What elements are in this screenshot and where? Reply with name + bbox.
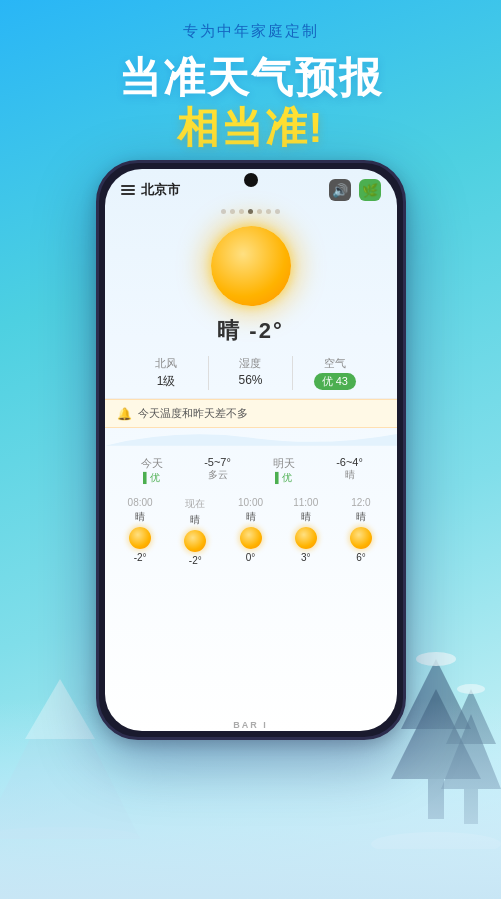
hourly-0800-label: 晴 bbox=[113, 510, 168, 524]
hourly-1200-icon bbox=[350, 527, 372, 549]
hourly-1200-label: 晴 bbox=[333, 510, 388, 524]
hourly-0800-temp: -2° bbox=[113, 552, 168, 563]
air-label: 空气 bbox=[293, 356, 376, 371]
dot-1 bbox=[221, 209, 226, 214]
alert-bar: 🔔 今天温度和昨天差不多 bbox=[105, 399, 397, 428]
phone-mockup: 北京市 🔊 🌿 晴 -2° 北风 1级 bbox=[96, 160, 406, 740]
forecast-today-label: 今天 bbox=[119, 456, 185, 471]
forecast-today-desc: 多云 bbox=[185, 468, 251, 482]
air-stat: 空气 优 43 bbox=[293, 356, 376, 390]
hourly-now-label: 晴 bbox=[168, 513, 223, 527]
svg-point-7 bbox=[457, 684, 485, 694]
air-quality-badge: 优 43 bbox=[314, 373, 356, 390]
svg-point-6 bbox=[416, 652, 456, 666]
wind-label: 北风 bbox=[125, 356, 208, 371]
hourly-now: 现在 晴 -2° bbox=[168, 497, 223, 566]
hourly-now-temp: -2° bbox=[168, 555, 223, 566]
hourly-1100-label: 晴 bbox=[278, 510, 333, 524]
forecast-tomorrow: 明天 ▌优 bbox=[251, 456, 317, 485]
subtitle: 专为中年家庭定制 bbox=[0, 22, 501, 41]
wind-value: 1级 bbox=[125, 373, 208, 390]
wind-stat: 北风 1级 bbox=[125, 356, 209, 390]
forecast-row: 今天 ▌优 -5~7° 多云 明天 ▌优 -6~4° 晴 bbox=[105, 446, 397, 491]
hourly-1000-time: 10:00 bbox=[223, 497, 278, 508]
hourly-row: 08:00 晴 -2° 现在 晴 -2° 10:00 晴 0° 11:00 晴 bbox=[105, 491, 397, 566]
menu-icon[interactable] bbox=[121, 185, 135, 195]
dot-2 bbox=[230, 209, 235, 214]
hourly-now-time: 现在 bbox=[168, 497, 223, 511]
page-dots bbox=[105, 205, 397, 216]
dot-4-active bbox=[248, 209, 253, 214]
hourly-1200-time: 12:0 bbox=[333, 497, 388, 508]
hourly-0800-time: 08:00 bbox=[113, 497, 168, 508]
air-badge: 优 43 bbox=[293, 373, 376, 390]
hourly-1000-temp: 0° bbox=[223, 552, 278, 563]
hourly-1000-icon bbox=[240, 527, 262, 549]
hourly-0800: 08:00 晴 -2° bbox=[113, 497, 168, 566]
sun-container bbox=[105, 216, 397, 312]
hourly-1000: 10:00 晴 0° bbox=[223, 497, 278, 566]
headline-2: 相当准! bbox=[0, 100, 501, 156]
bell-icon: 🔔 bbox=[117, 407, 132, 421]
dot-5 bbox=[257, 209, 262, 214]
forecast-tomorrow-temp: -6~4° bbox=[317, 456, 383, 468]
dot-7 bbox=[275, 209, 280, 214]
forecast-today-quality: ▌优 bbox=[119, 471, 185, 485]
hourly-1100-temp: 3° bbox=[278, 552, 333, 563]
hourly-1100-time: 11:00 bbox=[278, 497, 333, 508]
hourly-1200-temp: 6° bbox=[333, 552, 388, 563]
forecast-tomorrow-right: -6~4° 晴 bbox=[317, 456, 383, 482]
hourly-1100: 11:00 晴 3° bbox=[278, 497, 333, 566]
city-name: 北京市 bbox=[141, 181, 329, 199]
alert-text: 今天温度和昨天差不多 bbox=[138, 406, 248, 421]
stats-row: 北风 1级 湿度 56% 空气 优 43 bbox=[105, 352, 397, 399]
forecast-tomorrow-label: 明天 bbox=[251, 456, 317, 471]
hourly-now-icon bbox=[184, 530, 206, 552]
sun-icon bbox=[211, 226, 291, 306]
status-icons: 🔊 🌿 bbox=[329, 179, 381, 201]
leaf-icon[interactable]: 🌿 bbox=[359, 179, 381, 201]
humidity-stat: 湿度 56% bbox=[209, 356, 293, 390]
bar-indicator: BAR I bbox=[233, 720, 268, 730]
hourly-0800-icon bbox=[129, 527, 151, 549]
humidity-label: 湿度 bbox=[209, 356, 292, 371]
hourly-1100-icon bbox=[295, 527, 317, 549]
forecast-tomorrow-quality: ▌优 bbox=[251, 471, 317, 485]
wave-divider bbox=[105, 428, 397, 446]
dot-3 bbox=[239, 209, 244, 214]
dot-6 bbox=[266, 209, 271, 214]
sound-icon[interactable]: 🔊 bbox=[329, 179, 351, 201]
hourly-1000-label: 晴 bbox=[223, 510, 278, 524]
headline-1: 当准天气预报 bbox=[0, 50, 501, 106]
weather-main: 晴 -2° bbox=[105, 312, 397, 352]
hourly-1200: 12:0 晴 6° bbox=[333, 497, 388, 566]
phone-camera bbox=[244, 173, 258, 187]
forecast-today: 今天 ▌优 bbox=[119, 456, 185, 485]
phone-screen: 北京市 🔊 🌿 晴 -2° 北风 1级 bbox=[105, 169, 397, 731]
forecast-tomorrow-desc: 晴 bbox=[317, 468, 383, 482]
humidity-value: 56% bbox=[209, 373, 292, 387]
forecast-today-temp-value: -5~7° bbox=[185, 456, 251, 468]
forecast-today-temp: -5~7° 多云 bbox=[185, 456, 251, 482]
